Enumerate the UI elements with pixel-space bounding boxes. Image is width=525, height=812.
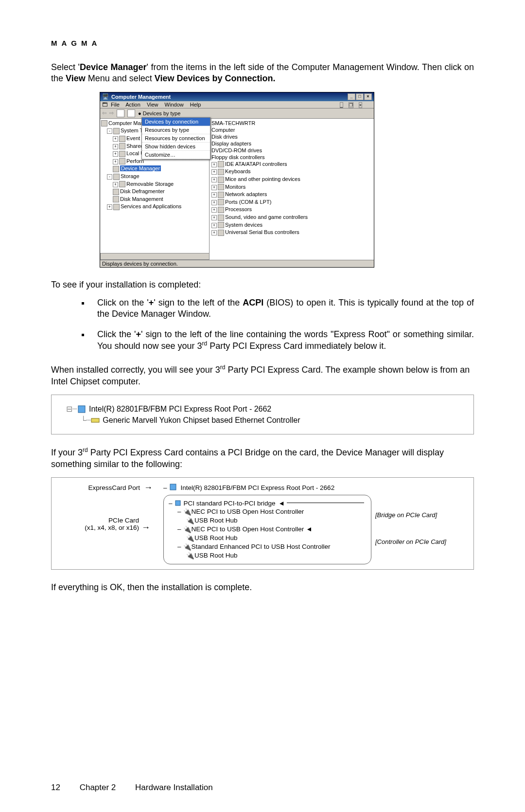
svg-rect-1	[91, 418, 99, 422]
chapter-label: Chapter 2	[80, 783, 116, 792]
child-restore-button[interactable]: ❐	[349, 102, 353, 108]
usb-hub-icon: 🔌	[186, 552, 194, 559]
bridge-paragraph: If your 3rd Party PCI Express Card conta…	[51, 447, 474, 470]
device-processors[interactable]: +Processors	[211, 206, 372, 214]
child-close-button[interactable]: ×	[359, 102, 362, 108]
tree-devicemanager[interactable]: Device Manager	[101, 165, 208, 173]
device-mice[interactable]: +Mice and other pointing devices	[211, 176, 372, 183]
pci-port-icon	[169, 483, 178, 492]
svg-rect-2	[170, 484, 176, 490]
device-ide[interactable]: +IDE ATA/ATAPI controllers	[211, 161, 372, 168]
menu-window[interactable]: Window	[165, 102, 184, 108]
diagram-simple-tree: ⊟┈ Intel(R) 82801FB/FBM PCI Express Root…	[51, 395, 474, 434]
usb-hub-icon: 🔌	[186, 534, 194, 542]
tree-services[interactable]: +Services and Applications	[101, 203, 208, 211]
bullet-acpi: Click on the '+' sign to the left of the…	[90, 297, 474, 320]
up-icon[interactable]	[117, 109, 124, 117]
diagram-bridge-tree: ExpressCard Port → –Intel(R) 82801FB/FBM…	[51, 477, 474, 570]
dropdown-customize[interactable]: Customize…	[142, 151, 210, 159]
device-system[interactable]: +System devices	[211, 221, 372, 229]
diagram1-root: ⊟┈ Intel(R) 82801FB/FBM PCI Express Root…	[61, 404, 464, 414]
device-ports[interactable]: +Ports (COM & LPT)	[211, 198, 372, 206]
back-icon[interactable]: ⇦	[102, 110, 106, 116]
bullet-list: Click on the '+' sign to the left of the…	[70, 297, 474, 352]
tree-diskmgmt[interactable]: Disk Management	[101, 196, 208, 203]
d2-root: –Intel(R) 82801FB/FBM PCI Express Root P…	[163, 483, 371, 492]
device-diskdrives[interactable]: Disk drives	[211, 133, 372, 140]
computer-management-screenshot: 🖥️ Computer Management _ □ × 🗔 File Acti…	[100, 92, 374, 268]
maximize-button[interactable]: □	[356, 93, 364, 100]
device-usb[interactable]: +Universal Serial Bus controllers	[211, 229, 372, 236]
label-pcie-card-lanes: (x1, x4, x8, or x16)	[56, 524, 139, 531]
check-text: To see if your installation is completed…	[51, 280, 474, 290]
child-minimize-button[interactable]: _	[340, 102, 343, 108]
menubar: 🗔 File Action View Window Help _❐×	[100, 101, 374, 108]
intro-paragraph: Select 'Device Manager' from the items i…	[51, 62, 474, 85]
d2-bridge: –PCI standard PCI-to-PCI bridge ◄	[169, 499, 366, 507]
svg-rect-3	[175, 501, 180, 505]
titlebar: 🖥️ Computer Management _ □ ×	[100, 92, 374, 101]
pci-port-icon	[77, 405, 86, 414]
usb-controller-icon: 🔌	[183, 525, 192, 533]
d2-std: –🔌 Standard Enhanced PCI to USB Host Con…	[169, 542, 366, 551]
radio-devices-by-type[interactable]: ● Devices by type	[138, 110, 180, 116]
usb-controller-icon: 🔌	[183, 543, 192, 551]
menu-action[interactable]: Action	[125, 102, 140, 108]
chapter-title: Hardware Installation	[135, 783, 213, 792]
device-computer[interactable]: Computer	[211, 126, 372, 133]
tree-defrag[interactable]: Disk Defragmenter	[101, 188, 208, 196]
d2-hub3: 🔌 USB Root Hub	[169, 551, 366, 560]
ethernet-icon	[91, 416, 100, 425]
dropdown-resources-by-type[interactable]: Resources by type	[142, 126, 210, 134]
scrollbar-h[interactable]	[100, 253, 210, 260]
d2-hub2: 🔌 USB Root Hub	[169, 534, 366, 542]
menu-help[interactable]: Help	[190, 102, 201, 108]
device-sound[interactable]: +Sound, video and game controllers	[211, 214, 372, 221]
dropdown-devices-by-connection[interactable]: Devices by connection	[142, 118, 210, 126]
usb-hub-icon: 🔌	[186, 517, 194, 524]
app-icon: 🖥️	[102, 93, 109, 100]
view-dropdown: Devices by connection Resources by type …	[141, 117, 210, 160]
tree-removable[interactable]: +Removable Storage	[101, 180, 208, 188]
footer: 12 Chapter 2 Hardware Installation	[51, 783, 230, 793]
anno-bridge: [Bridge on PCIe Card]	[375, 511, 469, 519]
installed-paragraph: When installed correctly, you will see y…	[51, 364, 474, 387]
device-display[interactable]: Display adapters	[211, 140, 372, 147]
device-computer-name[interactable]: SMA-TECHWRTR	[211, 120, 372, 126]
bridge-icon	[175, 500, 181, 506]
arrow-right-icon: →	[141, 523, 150, 533]
device-dvd[interactable]: DVD/CD-ROM drives	[211, 147, 372, 154]
svg-rect-0	[78, 406, 85, 413]
refresh-icon[interactable]	[127, 109, 135, 117]
menu-file[interactable]: File	[111, 102, 120, 108]
status-bar: Displays devices by connection.	[100, 260, 374, 267]
diagram1-child: └┈ Generic Marvell Yukon Chipset based E…	[61, 415, 464, 425]
label-pcie-card: PCIe Card	[56, 517, 139, 524]
arrow-right-icon: →	[144, 483, 163, 493]
window-title: Computer Management	[111, 94, 347, 100]
close-button[interactable]: ×	[364, 93, 372, 100]
device-network[interactable]: +Network adapters	[211, 191, 372, 198]
menu-view[interactable]: View	[147, 102, 158, 108]
forward-icon[interactable]: ⇨	[109, 110, 114, 116]
dropdown-show-hidden[interactable]: Show hidden devices	[142, 143, 210, 151]
toolbar: ⇦ ⇨ ● Devices by type Devices by connect…	[100, 108, 374, 119]
device-monitors[interactable]: +Monitors	[211, 183, 372, 191]
device-floppy[interactable]: Floppy disk controllers	[211, 154, 372, 161]
page: MAGMA Select 'Device Manager' from the i…	[0, 0, 525, 812]
window-icon: 🗔	[102, 102, 107, 108]
d2-nec2: –🔌 NEC PCI to USB Open Host Controller◄	[169, 525, 366, 534]
dropdown-resources-by-connection[interactable]: Resources by connection	[142, 134, 210, 143]
final-paragraph: If everything is OK, then the installati…	[51, 582, 474, 593]
bullet-express-root: Click the '+' sign to the left of the li…	[90, 329, 474, 352]
label-expresscard-port: ExpressCard Port	[56, 484, 144, 491]
d2-nec1: –🔌 NEC PCI to USB Open Host Controller	[169, 507, 366, 516]
right-tree: SMA-TECHWRTR Computer Disk drives Displa…	[210, 119, 374, 260]
d2-hub1: 🔌 USB Root Hub	[169, 516, 366, 525]
anno-controller: [Controller on PCIe Card]	[375, 538, 469, 545]
device-keyboards[interactable]: +Keyboards	[211, 168, 372, 176]
tree-storage[interactable]: -Storage	[101, 173, 208, 180]
header-brand: MAGMA	[51, 39, 474, 47]
minimize-button[interactable]: _	[348, 93, 355, 100]
bridge-bubble: –PCI standard PCI-to-PCI bridge ◄ –🔌 NEC…	[163, 495, 371, 564]
